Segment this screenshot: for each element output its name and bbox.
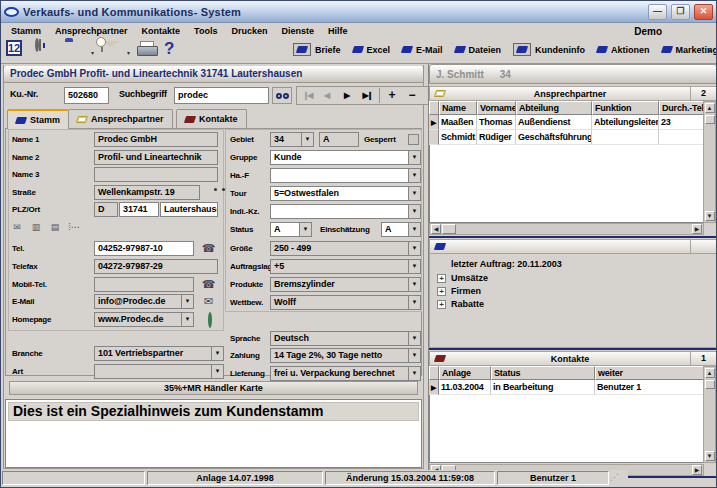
name1-field[interactable]: Prodec GmbH xyxy=(94,132,218,147)
menu-ansprechpartner[interactable]: Ansprechpartner xyxy=(48,26,135,36)
table-row[interactable]: Schmidt Rüdiger Geschäftsführung xyxy=(429,130,704,145)
tour-combo[interactable]: 5=Ostwestfalen xyxy=(270,186,421,201)
menu-tools[interactable]: Tools xyxy=(187,26,224,36)
lieferung-combo[interactable]: frei u. Verpackung berechnet xyxy=(270,366,421,381)
tree-item-rabatte[interactable]: Rabatte xyxy=(437,299,484,309)
dropdown-arrow-icon[interactable] xyxy=(211,365,223,378)
dropdown-arrow-icon[interactable] xyxy=(211,347,223,360)
last-record-button[interactable] xyxy=(357,87,377,104)
clock-icon[interactable] xyxy=(35,40,41,50)
sprache-combo[interactable]: Deutsch xyxy=(270,331,421,346)
toolbar-overflow-icon[interactable]: ► xyxy=(707,47,714,54)
toolbar-link-dateien[interactable]: Dateien xyxy=(455,45,502,55)
toolbar-link-kundeninfo[interactable]: Kundeninfo xyxy=(513,43,585,56)
calendar-icon[interactable] xyxy=(6,41,22,55)
status-combo[interactable]: A xyxy=(270,222,312,237)
scroll-down-icon[interactable] xyxy=(705,211,715,221)
scroll-up-icon[interactable] xyxy=(705,368,715,378)
help-icon[interactable] xyxy=(164,39,174,59)
toolbar-link-briefe[interactable]: Briefe xyxy=(293,43,341,56)
ansprechpartner-panel-header[interactable]: Ansprechpartner 2 xyxy=(429,86,717,101)
globe-icon[interactable] xyxy=(201,313,218,327)
dropdown-arrow-icon[interactable] xyxy=(408,223,420,236)
menu-dienste[interactable]: Dienste xyxy=(274,26,321,36)
suchbegriff-input[interactable]: prodec xyxy=(174,87,269,104)
mail-dropdown-icon[interactable]: ▾ xyxy=(127,49,130,56)
restore-button[interactable]: ❐ xyxy=(671,4,690,20)
strasse-field[interactable]: Wellenkampstr. 19 xyxy=(94,185,200,200)
email-combo[interactable]: info@Prodec.de xyxy=(94,294,194,309)
tab-kontakte[interactable]: Kontakte xyxy=(176,109,247,128)
wettbew-combo[interactable]: Wolff xyxy=(270,295,421,310)
einschaetzung-combo[interactable]: A xyxy=(381,222,421,237)
expand-icon[interactable] xyxy=(437,287,446,296)
gruppe-combo[interactable]: Kunde xyxy=(270,150,421,165)
scroll-thumb[interactable] xyxy=(705,115,715,124)
gebiet-combo[interactable]: 34 xyxy=(270,132,314,147)
menu-stamm[interactable]: Stamm xyxy=(4,26,48,36)
first-record-button[interactable] xyxy=(297,87,317,104)
dropdown-arrow-icon[interactable] xyxy=(408,296,420,309)
ansprechpartner-hscrollbar[interactable] xyxy=(429,223,704,235)
art-combo[interactable] xyxy=(94,364,224,379)
kontakte-vscrollbar[interactable] xyxy=(703,366,716,463)
dropdown-arrow-icon[interactable] xyxy=(408,242,420,255)
scroll-thumb[interactable] xyxy=(442,224,456,234)
dropdown-arrow-icon[interactable] xyxy=(408,260,420,273)
search-binoculars-button[interactable] xyxy=(272,87,292,104)
table-row[interactable]: Maaßen Thomas Außendienst Abteilungsleit… xyxy=(429,115,704,130)
expand-icon[interactable] xyxy=(437,300,446,309)
tel-field[interactable]: 04252-97987-10 xyxy=(94,241,194,256)
tab-ansprechpartner[interactable]: Ansprechpartner xyxy=(68,109,173,128)
haf-combo[interactable] xyxy=(270,168,421,183)
menu-drucken[interactable]: Drucken xyxy=(224,26,274,36)
ansprechpartner-vscrollbar[interactable] xyxy=(703,101,716,223)
name3-field[interactable] xyxy=(94,167,218,182)
toolbar-link-aktionen[interactable]: Aktionen xyxy=(597,45,650,55)
scroll-up-icon[interactable] xyxy=(705,103,715,113)
umsatz-panel-header[interactable] xyxy=(429,239,717,254)
add-record-button[interactable] xyxy=(382,87,402,104)
dropdown-arrow-icon[interactable] xyxy=(408,367,420,380)
telefax-field[interactable]: 04272-97987-29 xyxy=(94,259,218,274)
resize-grip-icon[interactable] xyxy=(610,470,624,486)
expand-icon[interactable] xyxy=(437,274,446,283)
kunr-input[interactable]: 502680 xyxy=(64,87,109,104)
branche-combo[interactable]: 101 Vertriebspartner xyxy=(94,346,224,361)
dropdown-arrow-icon[interactable] xyxy=(408,205,420,218)
menu-hilfe[interactable]: Hilfe xyxy=(321,26,355,36)
menu-kontakte[interactable]: Kontakte xyxy=(135,26,188,36)
zahlung-combo[interactable]: 14 Tage 2%, 30 Tage netto xyxy=(270,348,421,363)
dropdown-arrow-icon[interactable] xyxy=(408,169,420,182)
minimize-button[interactable]: — xyxy=(648,4,667,20)
scroll-down-icon[interactable] xyxy=(705,451,715,461)
document-icon[interactable]: ▤ xyxy=(48,221,62,233)
tab-stamm[interactable]: Stamm xyxy=(7,109,69,129)
previous-record-button[interactable] xyxy=(317,87,337,104)
ort-field[interactable]: Lautershausen xyxy=(160,202,218,217)
groesse-combo[interactable]: 250 - 499 xyxy=(270,241,421,256)
tree-item-firmen[interactable]: Firmen xyxy=(437,286,481,296)
special-note-box[interactable]: Dies ist ein Spezialhinweis zum Kundenst… xyxy=(5,399,422,468)
route-car-icon[interactable] xyxy=(203,185,220,199)
org-chart-icon[interactable]: ▥ xyxy=(29,221,43,233)
phone-icon[interactable] xyxy=(200,241,217,255)
dropdown-arrow-icon[interactable] xyxy=(181,313,193,326)
folder-dropdown-icon[interactable]: ▾ xyxy=(91,49,94,56)
auftragslage-combo[interactable]: +5 xyxy=(270,259,421,274)
table-row[interactable]: 11.03.2004 in Bearbeitung Benutzer 1 xyxy=(429,380,704,395)
send-email-icon[interactable] xyxy=(200,294,217,308)
name2-field[interactable]: Profil- und Lineartechnik xyxy=(94,150,218,165)
plz-field[interactable]: 31741 xyxy=(119,202,159,217)
dropdown-arrow-icon[interactable] xyxy=(299,223,311,236)
mobile-phone-icon[interactable] xyxy=(200,277,217,291)
scroll-thumb[interactable] xyxy=(705,380,715,389)
scroll-right-icon[interactable] xyxy=(692,224,702,234)
dropdown-arrow-icon[interactable] xyxy=(408,349,420,362)
gesperrt-checkbox[interactable] xyxy=(408,134,419,145)
mail-schedule-icon[interactable] xyxy=(101,41,103,51)
kontakte-panel-header[interactable]: Kontakte 1 xyxy=(429,351,717,366)
produkte-combo[interactable]: Bremszylinder xyxy=(270,277,421,292)
gebiet-sub-field[interactable]: A xyxy=(319,132,359,147)
delete-record-button[interactable] xyxy=(402,87,422,104)
